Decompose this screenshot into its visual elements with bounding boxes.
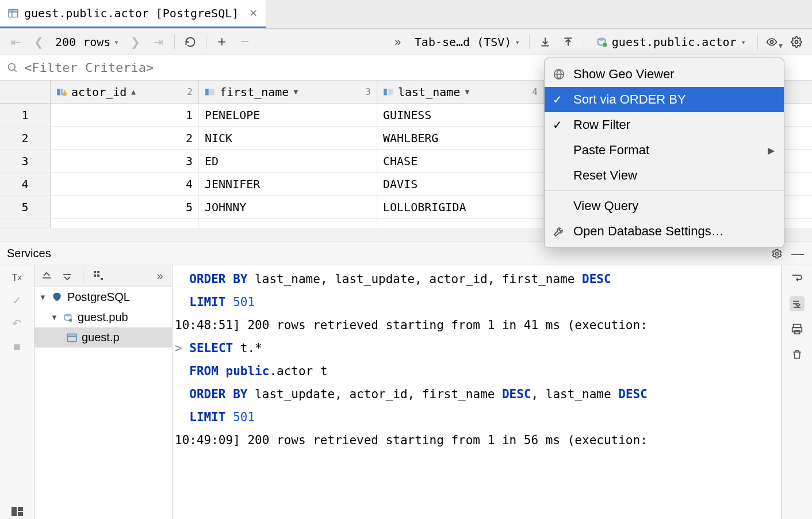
clear-button[interactable] xyxy=(790,347,805,362)
cell[interactable]: CHASE xyxy=(377,150,544,172)
expand-icon: ▼ xyxy=(39,293,47,302)
cell[interactable]: JOHNNY xyxy=(199,196,377,218)
cell[interactable]: 1 xyxy=(51,104,199,126)
stop-button[interactable]: ■ xyxy=(10,339,25,354)
svg-line-9 xyxy=(14,69,17,71)
menu-paste-format[interactable]: Paste Format ▶ xyxy=(545,138,784,163)
view-mode-button[interactable]: ▾ xyxy=(764,32,783,52)
overflow-button[interactable]: » xyxy=(388,32,408,52)
cell[interactable]: LOLLOBRIGIDA xyxy=(377,196,544,218)
menu-row-filter[interactable]: ✓ Row Filter xyxy=(545,112,784,138)
export-format-dropdown[interactable]: Tab-se…d (TSV) ▾ xyxy=(411,32,523,52)
soft-wrap-button[interactable] xyxy=(790,271,805,286)
svg-point-7 xyxy=(795,40,798,43)
tree-datasource[interactable]: ▼ guest.pub xyxy=(35,307,172,327)
expand-all-button[interactable] xyxy=(39,269,54,284)
minimize-button[interactable]: — xyxy=(790,246,805,261)
separator xyxy=(83,269,83,284)
last-page-button[interactable]: ⇥ xyxy=(149,32,168,52)
column-header-last-name[interactable]: last_name ▼ 4 xyxy=(377,81,544,103)
next-page-button[interactable]: ❯ xyxy=(126,32,145,52)
separator xyxy=(206,35,206,49)
cell[interactable]: 2 xyxy=(51,127,199,149)
globe-icon xyxy=(553,68,565,81)
cell[interactable]: PENELOPE xyxy=(199,104,377,126)
cell[interactable] xyxy=(51,219,199,228)
svg-rect-16 xyxy=(384,89,387,95)
column-header-actor-id[interactable]: actor_id ▲ 2 xyxy=(51,81,199,103)
menu-reset-view[interactable]: Reset View xyxy=(545,163,784,188)
separator xyxy=(584,35,584,49)
settings-button[interactable] xyxy=(787,32,806,52)
cell[interactable] xyxy=(377,219,544,228)
sort-asc-icon: ▲ xyxy=(131,87,136,96)
svg-rect-10 xyxy=(57,89,60,95)
tree-label: guest.pub xyxy=(78,311,128,324)
remove-row-button[interactable]: − xyxy=(235,32,255,52)
tree-label: guest.p xyxy=(82,331,120,344)
upload-button[interactable] xyxy=(558,32,578,52)
chevron-down-icon: ▾ xyxy=(515,37,519,47)
datasource-dropdown[interactable]: guest.public.actor ▾ xyxy=(590,32,752,52)
tx-button[interactable]: Tx xyxy=(10,270,25,285)
expand-icon: ▼ xyxy=(51,313,58,322)
group-button[interactable] xyxy=(91,269,106,284)
log-line: 10:49:09] 200 rows retrieved starting fr… xyxy=(175,433,648,447)
services-settings-button[interactable] xyxy=(769,246,784,261)
cell[interactable]: DAVIS xyxy=(377,173,544,195)
row-number: 3 xyxy=(0,150,51,172)
svg-rect-13 xyxy=(64,90,66,93)
cell[interactable]: 3 xyxy=(51,150,199,172)
prev-page-button[interactable]: ❮ xyxy=(29,32,48,52)
cell[interactable]: WAHLBERG xyxy=(377,127,544,149)
cell[interactable]: ED xyxy=(199,150,377,172)
cell[interactable]: NICK xyxy=(199,127,377,149)
reload-button[interactable] xyxy=(181,32,200,52)
row-count-label: 200 rows xyxy=(55,35,110,49)
menu-sort-order-by[interactable]: ✓ Sort via ORDER BY xyxy=(545,87,784,112)
export-format-label: Tab-se…d (TSV) xyxy=(415,35,512,49)
rollback-button[interactable]: ↶ xyxy=(10,316,25,331)
menu-label: Reset View xyxy=(573,168,637,183)
svg-point-6 xyxy=(770,40,773,43)
settings-popup: Show Geo Viewer ✓ Sort via ORDER BY ✓ Ro… xyxy=(544,58,784,248)
grid-corner xyxy=(0,81,51,103)
add-row-button[interactable]: + xyxy=(212,32,232,52)
editor-tab[interactable]: guest.public.actor [PostgreSQL] ✕ xyxy=(0,0,266,28)
close-tab-icon[interactable]: ✕ xyxy=(249,7,258,20)
collapse-all-button[interactable] xyxy=(60,269,75,284)
services-title: Services xyxy=(7,247,51,260)
sort-order: 2 xyxy=(187,86,193,97)
row-count-dropdown[interactable]: 200 rows ▾ xyxy=(52,32,122,52)
cell[interactable]: GUINESS xyxy=(377,104,544,126)
table-icon xyxy=(67,333,77,343)
menu-show-geo-viewer[interactable]: Show Geo Viewer xyxy=(545,62,784,87)
column-name: last_name xyxy=(398,85,460,99)
commit-button[interactable]: ✓ xyxy=(10,293,25,308)
svg-point-18 xyxy=(776,252,779,255)
separator xyxy=(529,35,530,49)
cell[interactable]: JENNIFER xyxy=(199,173,377,195)
menu-label: Sort via ORDER BY xyxy=(573,92,686,107)
menu-view-query[interactable]: View Query xyxy=(545,193,784,219)
first-page-button[interactable]: ⇤ xyxy=(6,32,25,52)
tree-overflow-button[interactable]: » xyxy=(152,269,167,284)
cell[interactable] xyxy=(199,219,377,228)
tree-toolbar: » xyxy=(35,265,172,287)
svg-rect-3 xyxy=(9,9,18,12)
cell[interactable]: 5 xyxy=(51,196,199,218)
column-header-first-name[interactable]: first_name ▼ 3 xyxy=(199,81,377,103)
row-number xyxy=(0,219,51,228)
layout-button[interactable] xyxy=(10,504,25,519)
console-output[interactable]: ORDER BY last_name, last_update, actor_i… xyxy=(173,265,781,519)
table-icon xyxy=(8,8,18,18)
cell[interactable]: 4 xyxy=(51,173,199,195)
scroll-to-end-button[interactable] xyxy=(790,296,805,311)
chevron-down-icon: ▾ xyxy=(114,37,118,47)
menu-open-db-settings[interactable]: Open Database Settings… xyxy=(545,219,784,244)
services-tree: » ▼ PostgreSQL ▼ guest.pub guest.p xyxy=(35,265,173,519)
download-button[interactable] xyxy=(535,32,555,52)
print-button[interactable] xyxy=(790,322,805,337)
tree-root[interactable]: ▼ PostgreSQL xyxy=(35,287,172,307)
tree-table[interactable]: guest.p xyxy=(35,327,172,348)
